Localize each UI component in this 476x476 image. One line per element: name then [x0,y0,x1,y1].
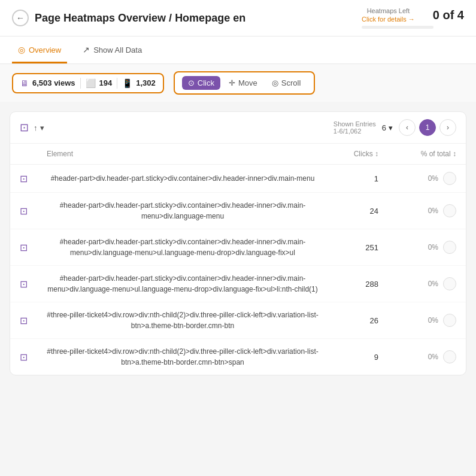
divider-2 [117,78,117,89]
tab-overview[interactable]: ◎ Overview [12,37,67,63]
table-row: ⊡ #three-piller-ticket4>div.row>div:nth-… [10,302,466,339]
row-element-cell: #three-piller-ticket4>div.row>div:nth-ch… [37,302,328,339]
action-type-group: ⊙ Click ✛ Move ◎ Scroll [174,71,315,95]
scroll-icon: ◎ [272,78,278,87]
pct-circle [443,350,456,363]
export-icon: ↑ [34,123,38,132]
clicks-value: 26 [338,316,378,325]
entries-chevron-down: ▾ [389,123,393,132]
row-pct-cell: 0% [388,229,466,266]
clicks-value: 251 [338,243,378,252]
col-icon [10,144,37,165]
pct-circle [443,314,456,327]
entries-range: 1-6/1,062 [333,128,376,135]
export-chevron: ▾ [40,123,44,132]
row-element-cell: #header-part>div.header-part.sticky>div.… [37,193,328,229]
pagination: ‹ 1 › [399,119,456,136]
back-icon: ← [16,13,25,23]
element-path: #header-part>div.header-part.sticky>div.… [47,173,319,184]
clicks-value: 9 [338,353,378,362]
table-row: ⊡ #header-part>div.header-part.sticky>di… [10,229,466,266]
row-clicks-cell: 1 [328,165,388,193]
prev-page-button[interactable]: ‹ [399,119,416,136]
overview-icon: ◎ [18,45,25,54]
move-icon: ✛ [229,78,235,87]
show-all-icon: ↗ [83,45,90,54]
element-path: #header-part>div.header-part.sticky>div.… [47,200,319,222]
pct-text: 0% [428,207,438,215]
row-icon-cell: ⊡ [10,165,37,193]
entries-per-page-value: 6 [382,123,386,132]
row-icon: ⊡ [20,174,28,184]
table-row: ⊡ #header-part>div.header-part.sticky>di… [10,193,466,229]
click-icon: ⊙ [188,78,195,87]
title-prefix: Page Heatmaps Overview / [35,12,175,24]
back-button[interactable]: ← [12,10,29,26]
card-header-left: ⊡ ↑ ▾ [20,121,44,134]
move-label: Move [238,78,257,87]
entries-per-page-selector[interactable]: 6 ▾ [382,123,393,132]
export-button[interactable]: ↑ ▾ [34,123,44,132]
element-path: #header-part>div.header-part.sticky>div.… [47,273,319,295]
row-element-cell: #three-piller-ticket4>div.row>div:nth-ch… [37,339,328,375]
row-icon-cell: ⊡ [10,193,37,229]
top-bar: ← Page Heatmaps Overview / Homepage en H… [0,0,476,37]
click-action-button[interactable]: ⊙ Click [182,76,220,90]
row-icon-cell: ⊡ [10,266,37,302]
pct-text: 0% [428,243,438,251]
current-page-button[interactable]: 1 [419,119,436,136]
row-pct-cell: 0% [388,302,466,339]
table-head: Element Clicks ↕ % of total ↕ [10,144,466,165]
click-label: Click [198,78,214,87]
row-clicks-cell: 288 [328,266,388,302]
data-card: ⊡ ↑ ▾ Shown Entries 1-6/1,062 6 ▾ ‹ 1 [10,111,466,375]
main-content: ⊡ ↑ ▾ Shown Entries 1-6/1,062 6 ▾ ‹ 1 [0,102,476,385]
clicks-value: 288 [338,280,378,289]
row-icon-cell: ⊡ [10,302,37,339]
pct-text: 0% [428,174,438,183]
pct-circle [443,241,456,254]
scroll-action-button[interactable]: ◎ Scroll [266,76,307,90]
pct-circle [443,204,456,217]
move-action-button[interactable]: ✛ Move [223,76,263,90]
card-header-right: Shown Entries 1-6/1,062 6 ▾ ‹ 1 › [333,119,456,136]
row-clicks-cell: 9 [328,339,388,375]
tab-show-all-data[interactable]: ↗ Show All Data [77,37,148,63]
table-row: ⊡ #header-part>div.header-part.sticky>di… [10,165,466,193]
row-icon: ⊡ [20,316,28,326]
shown-entries-info: Shown Entries 1-6/1,062 [333,120,376,135]
table-row: ⊡ #header-part>div.header-part.sticky>di… [10,266,466,302]
row-icon: ⊡ [20,279,28,289]
row-clicks-cell: 251 [328,229,388,266]
table-row: ⊡ #three-piller-ticket4>div.row>div:nth-… [10,339,466,375]
toolbar: 🖥 6,503 views ⬜ 194 📱 1,302 ⊙ Click ✛ Mo… [0,64,476,102]
row-icon: ⊡ [20,206,28,216]
tab-overview-label: Overview [29,46,61,54]
card-header: ⊡ ↑ ▾ Shown Entries 1-6/1,062 6 ▾ ‹ 1 [10,112,466,144]
row-pct-cell: 0% [388,193,466,229]
col-element[interactable]: Element [37,144,328,165]
row-pct-cell: 0% [388,266,466,302]
row-pct-cell: 0% [388,165,466,193]
desktop-views: 6,503 views [32,78,75,87]
desktop-icon: 🖥 [20,78,29,88]
row-pct-cell: 0% [388,339,466,375]
heatmaps-left-box: Heatmaps Left Click for details → 0 of 4 [362,7,464,29]
row-element-cell: #header-part>div.header-part.sticky>div.… [37,266,328,302]
tablet-stat: ⬜ 194 [86,78,113,88]
scroll-label: Scroll [281,78,301,87]
row-clicks-cell: 24 [328,193,388,229]
col-clicks[interactable]: Clicks ↕ [328,144,388,165]
shown-entries-label: Shown Entries [333,120,376,128]
pct-circle [443,277,456,290]
element-path: #header-part>div.header-part.sticky>div.… [47,237,319,258]
desktop-stat: 🖥 6,503 views [20,78,75,88]
top-bar-left: ← Page Heatmaps Overview / Homepage en [12,10,245,26]
title-bold: Homepage en [175,12,245,24]
next-page-button[interactable]: › [439,119,456,136]
heatmaps-left-link[interactable]: Click for details → [362,16,415,23]
page-title: Page Heatmaps Overview / Homepage en [35,12,245,25]
col-pct[interactable]: % of total ↕ [388,144,466,165]
nav-tabs: ◎ Overview ↗ Show All Data [0,37,476,64]
row-element-cell: #header-part>div.header-part.sticky>div.… [37,229,328,266]
